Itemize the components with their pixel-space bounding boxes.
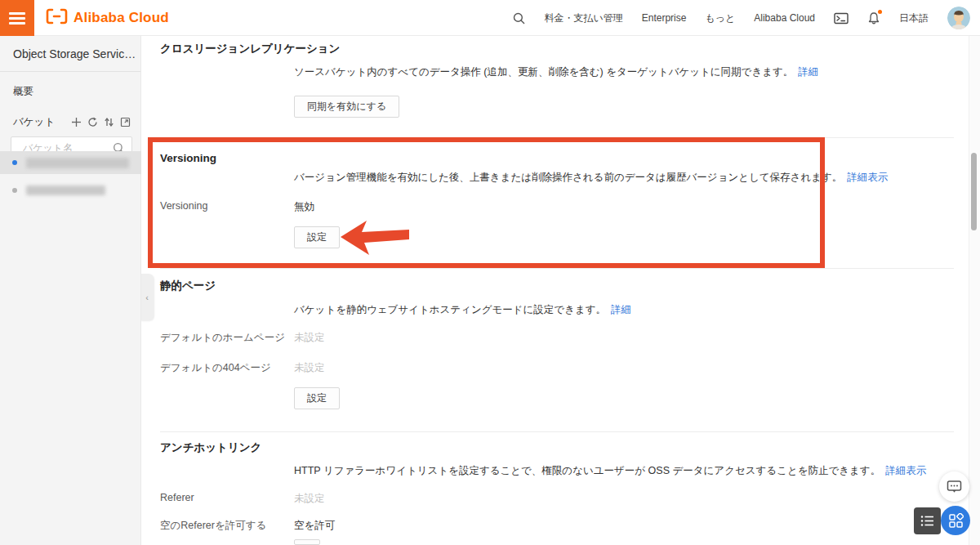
bucket-status-dot [12, 160, 17, 165]
alibaba-cloud-logo-text: Alibaba Cloud [74, 10, 169, 26]
section-title-static-pages: 静的ページ [160, 279, 216, 293]
enable-sync-button[interactable]: 同期を有効にする [294, 96, 399, 118]
sidebar-collapse-handle[interactable]: ‹ [140, 274, 154, 320]
versioning-configure-button[interactable]: 設定 [294, 226, 340, 248]
sidebar-item-overview[interactable]: 概要 [0, 72, 140, 99]
static-pages-configure-button[interactable]: 設定 [294, 387, 340, 409]
header-nav: 料金・支払い管理 Enterprise もっと Alibaba Cloud 日本… [513, 0, 970, 36]
list-icon [920, 515, 934, 527]
default-homepage-label: デフォルトのホームページ [160, 331, 285, 345]
sort-icon[interactable] [103, 117, 114, 128]
default-homepage-value: 未設定 [294, 331, 325, 345]
sidebar-service-title: Object Storage Servic… [0, 36, 140, 72]
oss-console-page: Alibaba Cloud 料金・支払い管理 Enterprise もっと Al… [0, 0, 980, 545]
referer-label: Referer [160, 492, 194, 503]
section-description: HTTP リファラーホワイトリストを設定することで、権限のないユーザーが OSS… [294, 464, 926, 478]
bucket-list-item[interactable] [0, 179, 141, 202]
refresh-icon[interactable] [87, 117, 98, 128]
console-icon[interactable] [834, 12, 849, 25]
nav-language[interactable]: 日本語 [899, 11, 929, 25]
section-divider [160, 268, 954, 269]
apps-grid-icon [948, 513, 964, 529]
section-title-cross-region-replication: クロスリージョンレプリケーション [160, 42, 340, 56]
versioning-row-value: 無効 [294, 200, 314, 214]
notification-dot [878, 10, 882, 14]
top-header: Alibaba Cloud 料金・支払い管理 Enterprise もっと Al… [0, 0, 980, 36]
bucket-name-redacted [26, 185, 105, 195]
versioning-row-label: Versioning [160, 200, 207, 212]
nav-enterprise[interactable]: Enterprise [642, 12, 687, 24]
details-link[interactable]: 詳細表示 [885, 465, 926, 476]
search-icon[interactable] [513, 12, 525, 25]
default-404-value: 未設定 [294, 361, 325, 375]
section-title-hotlink-protection: アンチホットリンク [160, 440, 261, 455]
section-description: バケットを静的ウェブサイトホスティングモードに設定できます。詳細 [294, 303, 631, 317]
section-description: ソースバケット内のすべてのデータ操作 (追加、更新、削除を含む) をターゲットバ… [294, 65, 818, 79]
details-link[interactable]: 詳細 [611, 304, 631, 315]
nav-alibaba-cloud[interactable]: Alibaba Cloud [754, 12, 815, 24]
details-link[interactable]: 詳細表示 [847, 172, 888, 183]
allow-empty-referer-label: 空のRefererを許可する [160, 519, 266, 533]
nav-more[interactable]: もっと [705, 11, 735, 25]
main-content: クロスリージョンレプリケーション ソースバケット内のすべてのデータ操作 (追加、… [142, 36, 969, 545]
section-title-versioning: Versioning [160, 152, 216, 164]
section-description: バージョン管理機能を有効にした後、上書きまたは削除操作される前のデータは履歴バー… [294, 171, 888, 185]
bucket-status-dot [12, 188, 17, 193]
chat-bubble-icon [947, 480, 962, 494]
add-bucket-icon[interactable] [70, 117, 82, 128]
expand-icon[interactable] [119, 117, 131, 128]
details-link[interactable]: 詳細 [798, 66, 818, 78]
bell-icon[interactable] [867, 11, 880, 25]
default-404-label: デフォルトの404ページ [160, 361, 271, 375]
task-list-button[interactable] [914, 507, 941, 534]
hamburger-menu-button[interactable] [0, 0, 34, 36]
sidebar: Object Storage Servic… 概要 バケット [0, 36, 141, 545]
avatar[interactable] [947, 7, 970, 29]
section-divider [160, 137, 954, 138]
apps-shortcut-button[interactable] [941, 506, 970, 535]
bucket-label: バケット [13, 115, 70, 129]
bucket-list-item-selected[interactable] [0, 151, 141, 174]
scrollbar-thumb[interactable] [971, 153, 977, 230]
section-divider [160, 431, 954, 432]
bucket-section-header: バケット [0, 99, 140, 129]
alibaba-cloud-logo[interactable]: Alibaba Cloud [46, 0, 169, 36]
alibaba-cloud-logo-icon [46, 8, 68, 28]
referer-value: 未設定 [294, 492, 325, 506]
scrollbar-track [969, 36, 980, 545]
allow-empty-referer-value: 空を許可 [294, 519, 335, 533]
feedback-chat-button[interactable] [939, 471, 969, 502]
hotlink-configure-button-partial[interactable] [294, 539, 320, 545]
bucket-name-redacted [26, 158, 129, 168]
nav-billing[interactable]: 料金・支払い管理 [544, 11, 622, 25]
